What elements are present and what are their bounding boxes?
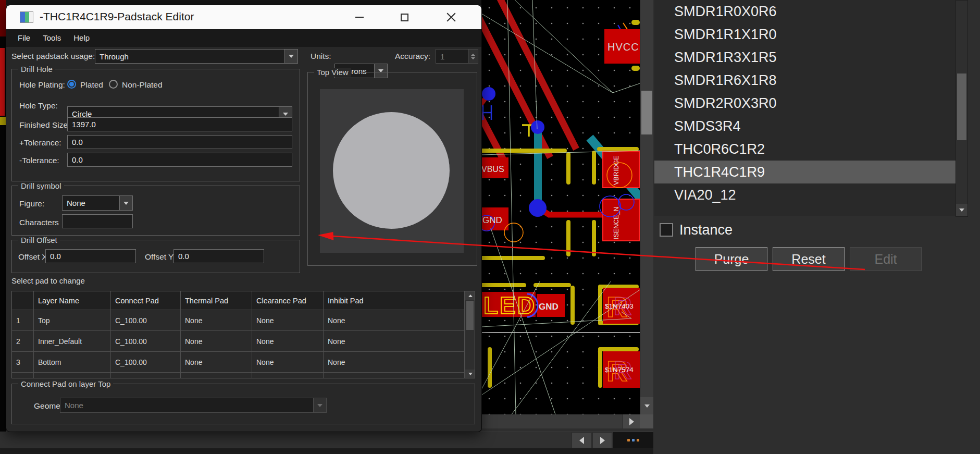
dropdown-arrow-button[interactable] bbox=[119, 196, 132, 210]
pcb-label-isence: ISENCE_N bbox=[613, 206, 620, 239]
minus-tolerance-input[interactable]: 0.0 bbox=[67, 153, 292, 167]
list-item[interactable]: SMDR2R0X3R0 bbox=[654, 92, 957, 115]
plated-label[interactable]: Plated bbox=[80, 80, 103, 90]
list-vertical-scrollbar[interactable] bbox=[956, 0, 968, 217]
reset-button[interactable]: Reset bbox=[773, 247, 845, 271]
edit-button[interactable]: Edit bbox=[850, 247, 922, 271]
accuracy-spinner[interactable]: 1 bbox=[436, 49, 478, 64]
list-item[interactable]: SMDS3R4 bbox=[654, 115, 957, 138]
pcb-label-ref2: $1N7574 bbox=[605, 366, 634, 374]
ellipsis-icon bbox=[627, 439, 630, 441]
chevron-down-icon bbox=[283, 113, 288, 116]
page-prev-button[interactable] bbox=[572, 432, 591, 448]
plus-tolerance-label: +Tolerance: bbox=[19, 138, 61, 148]
offset-y-input[interactable]: 0.0 bbox=[173, 249, 264, 263]
menu-help[interactable]: Help bbox=[67, 29, 96, 47]
characters-label: Characters bbox=[19, 218, 59, 227]
pad-preview-circle bbox=[333, 112, 450, 229]
pcb-vscroll-thumb[interactable] bbox=[641, 91, 652, 134]
pcb-trace-fragment bbox=[0, 48, 5, 116]
cell-clearance: None bbox=[252, 331, 324, 352]
list-item[interactable]: SMDR1R6X1R8 bbox=[654, 69, 957, 92]
pcb-label-gnd-upper: GND bbox=[482, 215, 502, 225]
pcb-silk-fragment bbox=[0, 117, 6, 125]
triangle-down-icon bbox=[468, 373, 473, 375]
drill-hole-group: Drill Hole Hole Plating: Plated Non-Plat… bbox=[11, 69, 300, 181]
cell-inhibit: None bbox=[324, 310, 465, 331]
finished-size-input[interactable]: 1397.0 bbox=[67, 117, 292, 131]
padstack-list[interactable]: SMDR1R0X0R6 SMDR1R1X1R0 SMDR1R3X1R5 SMDR… bbox=[654, 0, 957, 216]
connect-pad-title: Connect Pad on layer Top bbox=[18, 379, 113, 388]
pcb-design-canvas[interactable]: R R R R LED HVCC VBUS GND VBRIDGE ISENCE… bbox=[481, 0, 640, 414]
app-bottom-bar bbox=[0, 432, 653, 448]
pcb-horizontal-scrollbar[interactable] bbox=[481, 414, 640, 428]
pcb-label-hvcc: HVCC bbox=[607, 41, 639, 53]
list-item[interactable]: SMDR1R3X1R5 bbox=[654, 46, 957, 69]
cell-inhibit: None bbox=[324, 331, 465, 352]
list-item[interactable]: SMDR1R1X1R0 bbox=[654, 23, 957, 46]
pcb-vertical-scrollbar[interactable] bbox=[640, 0, 653, 414]
usage-label: Select padstack usage: bbox=[11, 52, 95, 61]
top-view-group: Top View bbox=[307, 72, 477, 266]
accuracy-value: 1 bbox=[440, 52, 444, 61]
dropdown-arrow-button[interactable] bbox=[284, 50, 297, 63]
padstack-editor-dialog: -THC1R4C1R9-Padstack Editor File Tools H… bbox=[6, 5, 481, 432]
spinner-down-icon bbox=[471, 57, 475, 59]
units-label: Units: bbox=[311, 52, 331, 61]
minimize-button[interactable] bbox=[348, 5, 371, 29]
dropdown-arrow-button[interactable] bbox=[313, 398, 326, 412]
list-item[interactable]: VIA20_12 bbox=[654, 183, 957, 206]
figure-dropdown[interactable]: None bbox=[62, 195, 133, 211]
list-item[interactable]: SMDR1R0X0R6 bbox=[654, 0, 957, 23]
pcb-scroll-right-button[interactable] bbox=[623, 414, 640, 428]
cell-clearance: None bbox=[252, 352, 324, 373]
offset-x-input[interactable]: 0.0 bbox=[45, 249, 136, 263]
triangle-right-icon bbox=[600, 437, 605, 444]
spinner-up-icon bbox=[471, 54, 475, 56]
table-vertical-scrollbar[interactable] bbox=[465, 291, 475, 378]
finished-size-value: 1397.0 bbox=[72, 120, 96, 129]
geometry-value: None bbox=[65, 401, 83, 410]
dialog-title: -THC1R4C1R9-Padstack Editor bbox=[40, 10, 194, 23]
characters-input[interactable] bbox=[62, 214, 133, 228]
usage-value: Through bbox=[100, 52, 129, 61]
usage-dropdown[interactable]: Through bbox=[95, 49, 298, 64]
accuracy-label: Accuracy: bbox=[395, 52, 430, 61]
close-icon bbox=[446, 12, 456, 22]
cell-inhibit: None bbox=[324, 352, 465, 373]
pcb-left-edge-strip bbox=[0, 0, 6, 432]
list-scroll-thumb[interactable] bbox=[957, 73, 966, 140]
dialog-titlebar[interactable]: -THC1R4C1R9-Padstack Editor bbox=[6, 5, 481, 29]
col-header-thermal-pad: Thermal Pad bbox=[181, 291, 252, 310]
list-scroll-down-button[interactable] bbox=[956, 204, 967, 216]
pcb-scroll-down-button[interactable] bbox=[640, 397, 653, 414]
col-header-connect-pad: Connect Pad bbox=[111, 291, 181, 310]
page-next-button[interactable] bbox=[592, 432, 612, 448]
close-button[interactable] bbox=[440, 5, 463, 29]
spinner-buttons[interactable] bbox=[468, 50, 478, 63]
drill-offset-group: Drill Offset Offset X: 0.0 Offset Y: 0.0 bbox=[11, 240, 300, 273]
menu-tools[interactable]: Tools bbox=[36, 29, 67, 47]
pad-table-label: Select pad to change bbox=[11, 276, 85, 286]
instance-checkbox[interactable] bbox=[660, 223, 673, 237]
list-item[interactable]: THC0R6C1R2 bbox=[654, 138, 957, 161]
offset-y-label: Offset Y: bbox=[145, 252, 176, 262]
maximize-button[interactable] bbox=[393, 5, 416, 29]
table-scroll-up-button[interactable] bbox=[465, 291, 475, 300]
geometry-dropdown[interactable]: None bbox=[60, 398, 327, 413]
table-scroll-thumb[interactable] bbox=[466, 301, 474, 330]
table-scroll-down-button[interactable] bbox=[465, 370, 475, 378]
cell-connect: C_100.00 bbox=[111, 352, 181, 373]
cell-thermal: None bbox=[181, 331, 252, 352]
plus-tolerance-input[interactable]: 0.0 bbox=[67, 135, 292, 149]
list-item-selected[interactable]: THC1R4C1R9 bbox=[654, 161, 957, 183]
instance-label[interactable]: Instance bbox=[679, 222, 733, 238]
pcb-trace-fragment bbox=[0, 0, 6, 36]
menu-file[interactable]: File bbox=[11, 29, 36, 47]
plated-radio[interactable] bbox=[67, 80, 76, 89]
non-plated-label[interactable]: Non-Plated bbox=[122, 80, 163, 90]
non-plated-radio[interactable] bbox=[109, 80, 118, 89]
more-options-button[interactable] bbox=[613, 432, 653, 448]
cell-connect: C_100.00 bbox=[111, 310, 181, 331]
purge-button[interactable]: Purge bbox=[696, 247, 767, 271]
